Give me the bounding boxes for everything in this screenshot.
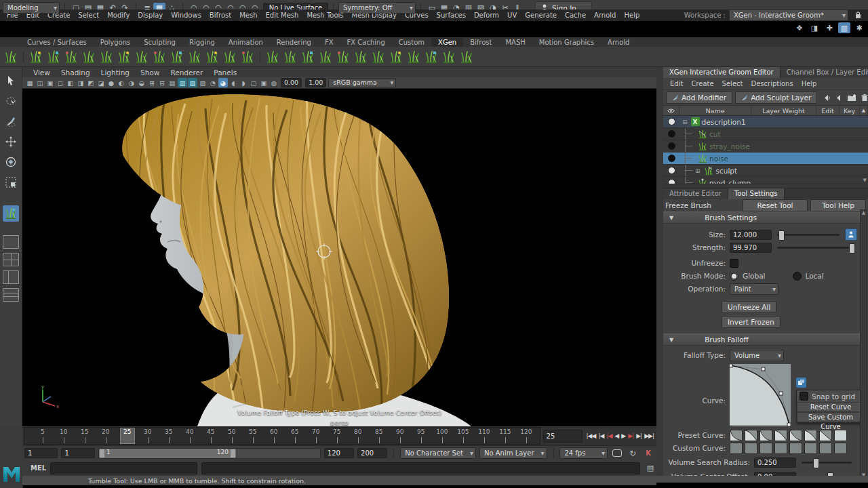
auto-keyframe-icon[interactable]: K [642,448,654,459]
xgen-shelf-tool-icon[interactable] [204,49,220,65]
panel-menu-renderer[interactable]: Renderer [165,68,208,77]
menu-mesh[interactable]: Mesh [235,12,261,19]
workspace-controls-icon[interactable]: ✱ [853,22,865,33]
brush-mode-local-radio[interactable] [793,272,802,281]
shelf-tab-fx-caching[interactable]: FX Caching [340,38,392,47]
animation-preferences-icon[interactable]: ↻ [627,448,639,459]
shelf-tab-motion-graphics[interactable]: Motion Graphics [532,38,601,47]
2d-pan-zoom-icon[interactable]: ◨ [76,78,85,87]
xgen-shelf-tool-icon[interactable] [239,49,256,65]
scale-tool[interactable] [3,174,19,190]
timeline-ruler[interactable]: 5101520253035404550556065707580859095100… [24,427,540,445]
menu-arnold[interactable]: Arnold [590,12,620,19]
persp-outliner-layout[interactable] [3,270,19,284]
isolate-select-icon[interactable]: ▣ [259,78,269,87]
save-custom-curve-button[interactable]: Save Custom Curve [797,412,865,422]
viewport-canvas[interactable]: x y Volume Falloff Type (Press W, S to a… [22,89,656,426]
add-folder-icon[interactable] [847,93,857,102]
screen-space-brush-size-toggle[interactable] [845,228,857,241]
xgen-shelf-tool-icon[interactable] [151,49,167,65]
playback-start-field[interactable]: 1 [61,448,94,458]
tree-scroll-down-icon[interactable]: ▼ [863,178,867,183]
settings-scrollbar[interactable]: ▲▼ [860,209,867,479]
grid-icon[interactable]: ◪ [96,78,106,87]
symmetry-dropdown[interactable]: Symmetry: Off [338,2,416,14]
falloff-curve-editor[interactable] [730,364,791,426]
panel-menu-lighting[interactable]: Lighting [96,68,135,77]
xgen-shelf-tool-icon[interactable] [441,49,457,65]
xgen-shelf-tool-icon[interactable] [98,49,115,65]
range-slider[interactable]: 1 120 [98,448,321,459]
shelf-tab-sculpting[interactable]: Sculpting [137,38,182,47]
shelf-tab-custom[interactable]: Custom [392,38,431,47]
visibility-toggle[interactable] [663,167,679,174]
menu-modify[interactable]: Modify [103,12,134,19]
shelf-tab-animation[interactable]: Animation [222,38,270,47]
show-channel-box-icon[interactable]: ▥ [838,22,850,33]
brush-mode-global-radio[interactable] [730,272,738,281]
rotate-tool[interactable] [3,154,19,170]
xgen-shelf-tool-icon[interactable] [264,49,281,65]
panel-menu-view[interactable]: View [28,68,56,77]
tab-tool-settings[interactable]: Tool Settings [728,188,785,199]
motion-blur-icon[interactable]: ◖ [229,78,238,87]
custom-curve-button-2[interactable] [745,443,757,454]
xgen-shelf-tool-icon[interactable] [186,49,203,65]
anim-layer-dropdown[interactable]: No Anim Layer [479,447,547,459]
slider-handle[interactable] [813,458,819,468]
shelf-tab-rendering[interactable]: Rendering [270,38,318,47]
single-pane-layout[interactable] [3,235,19,249]
xgen-shelf-tool-icon[interactable] [406,49,422,65]
unfreeze-all-button[interactable]: Unfreeze All [722,301,776,313]
go-to-playback-end-button[interactable]: ▶▶| [643,431,655,441]
safe-title-icon[interactable]: ⊟ [157,78,167,87]
shelf-tab-rigging[interactable]: Rigging [182,38,222,47]
safe-action-icon[interactable]: ⊞ [147,78,157,87]
preset-curve-button-5[interactable] [789,430,802,441]
gate-mask-icon[interactable]: ◑ [127,78,136,87]
xgen-shelf-tool-icon[interactable] [388,49,404,65]
script-editor-icon[interactable]: ▤ [644,463,656,474]
multisample-aa-icon[interactable]: ◗ [239,78,248,87]
xgen-shelf-tool-icon[interactable] [63,49,79,65]
layer-row-mod-clump[interactable]: mod_clump [663,177,868,184]
menu-surfaces[interactable]: Surfaces [433,12,470,19]
panel-menu-show[interactable]: Show [135,68,165,77]
visibility-toggle[interactable] [663,142,679,150]
depth-of-field-icon[interactable]: ▢ [249,78,258,87]
groom-menu-edit[interactable]: Edit [666,80,687,87]
visibility-toggle[interactable] [663,179,679,184]
shelf-tab-curves-surfaces[interactable]: Curves / Surfaces [20,38,94,47]
slider-handle[interactable] [778,230,785,241]
current-frame-field[interactable]: 25 [543,430,583,443]
xgen-shelf-tool-icon[interactable] [370,49,387,65]
shelf-tab-xgen[interactable]: XGen [431,38,463,47]
shaded-icon[interactable]: ▥ [178,78,187,87]
workspace-dropdown[interactable]: XGen - Interactive Groom* [729,9,848,21]
volume-search-radius-field[interactable]: 0.250 [754,458,796,468]
gamma-field[interactable]: 1.00 [305,78,326,87]
range-start-handle[interactable] [100,449,104,458]
custom-curve-button-6[interactable] [804,443,817,454]
xgen-shelf-tool-icon[interactable] [282,49,298,65]
shelf-tab-polygons[interactable]: Polygons [94,38,138,47]
xgen-shelf-tool-icon[interactable] [458,49,475,65]
go-to-playback-start-button[interactable]: |◀◀ [585,431,597,441]
play-forwards-button[interactable]: ▶ [620,431,627,441]
visibility-toggle[interactable] [663,118,679,125]
shadows-icon[interactable]: ◔ [208,78,218,87]
brush-display-icon-b[interactable] [835,93,845,102]
invert-frozen-button[interactable]: Invert Frozen [722,316,781,328]
size-slider[interactable] [777,234,840,236]
layer-row-description1[interactable]: ⊟Xdescription1 [663,116,868,128]
section-splitter[interactable] [663,184,868,188]
resolution-gate-icon[interactable]: ◐ [117,78,126,87]
preset-curve-button-2[interactable] [745,430,757,441]
reset-curve-button[interactable]: Reset Curve [797,402,865,412]
wireframe-icon[interactable]: ▤ [167,78,177,87]
panel-splitter[interactable] [656,67,663,483]
show-tool-settings-icon[interactable]: ✚ [823,22,835,33]
preset-curve-button-6[interactable] [804,430,817,441]
unfreeze-checkbox[interactable] [730,259,738,268]
film-gate-icon[interactable]: ● [106,78,116,87]
